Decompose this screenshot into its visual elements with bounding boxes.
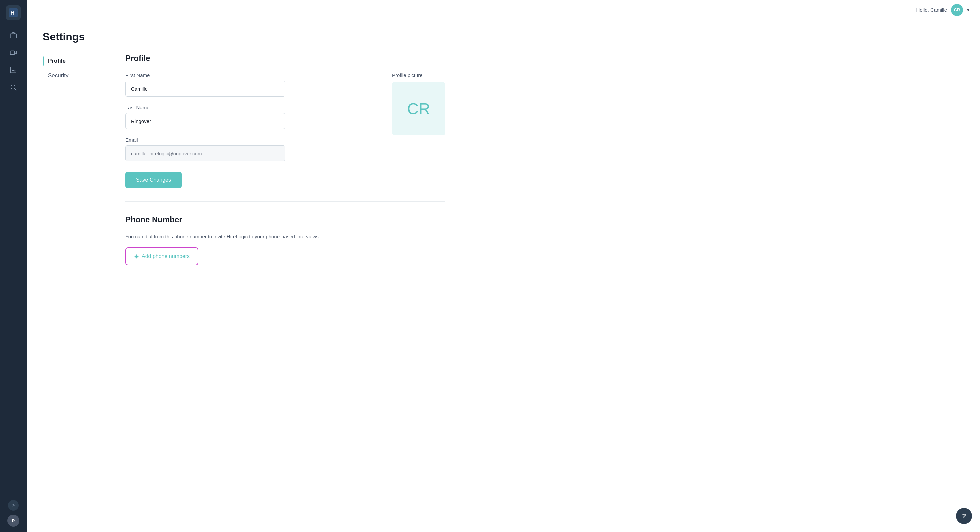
profile-section-title: Profile	[125, 54, 445, 63]
settings-content: Profile First Name Last Name Email	[125, 54, 445, 265]
profile-picture-label: Profile picture	[392, 72, 423, 78]
settings-nav: Profile Security	[43, 54, 109, 265]
first-name-group: First Name	[125, 72, 371, 97]
chart-icon[interactable]	[6, 63, 21, 77]
svg-text:H: H	[10, 10, 15, 16]
profile-picture-section: Profile picture CR	[392, 72, 445, 135]
add-phone-button[interactable]: ⊕ Add phone numbers	[125, 247, 198, 265]
profile-picture-initials: CR	[407, 100, 430, 118]
phone-section-title: Phone Number	[125, 215, 445, 225]
user-avatar-bottom[interactable]: R	[7, 514, 19, 527]
svg-rect-2	[10, 33, 16, 38]
logo[interactable]: H	[6, 5, 21, 20]
profile-fields: First Name Last Name Email Save	[125, 72, 371, 188]
last-name-label: Last Name	[125, 105, 371, 110]
topbar: Hello, Camille CR ▾	[27, 0, 980, 20]
sidebar: H > R	[0, 0, 27, 532]
phone-description: You can dial from this phone number to i…	[125, 234, 445, 239]
profile-picture-box[interactable]: CR	[392, 82, 445, 135]
svg-line-5	[15, 89, 16, 90]
page-body: Settings Profile Security Profile F	[27, 20, 980, 532]
topbar-avatar[interactable]: CR	[951, 4, 963, 16]
main-content: Hello, Camille CR ▾ Settings Profile Sec…	[27, 0, 980, 532]
expand-button[interactable]: >	[8, 500, 19, 511]
help-button[interactable]: ?	[956, 508, 972, 524]
email-group: Email	[125, 137, 371, 161]
profile-form-row: First Name Last Name Email Save	[125, 72, 445, 188]
search-icon[interactable]	[6, 80, 21, 95]
last-name-input[interactable]	[125, 113, 285, 129]
save-changes-button[interactable]: Save Changes	[125, 172, 182, 188]
sidebar-item-profile[interactable]: Profile	[43, 54, 109, 68]
briefcase-icon[interactable]	[6, 28, 21, 43]
email-label: Email	[125, 137, 371, 143]
last-name-group: Last Name	[125, 105, 371, 129]
topbar-chevron-icon[interactable]: ▾	[967, 7, 969, 13]
video-icon[interactable]	[6, 45, 21, 60]
email-input[interactable]	[125, 145, 285, 161]
plus-circle-icon: ⊕	[134, 253, 139, 260]
section-divider	[125, 201, 445, 202]
first-name-label: First Name	[125, 72, 371, 78]
svg-rect-3	[10, 51, 15, 55]
settings-layout: Profile Security Profile First Name	[43, 54, 964, 265]
svg-point-4	[11, 85, 15, 89]
first-name-input[interactable]	[125, 81, 285, 97]
sidebar-item-security[interactable]: Security	[43, 68, 109, 83]
topbar-greeting: Hello, Camille	[916, 7, 947, 13]
page-title: Settings	[43, 31, 964, 43]
